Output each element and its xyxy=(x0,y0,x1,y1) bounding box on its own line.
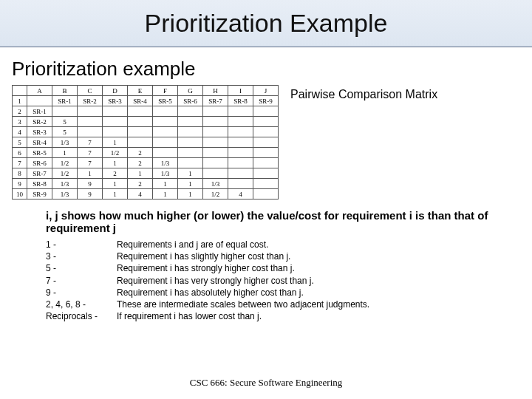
col-H: H xyxy=(203,86,228,96)
table-cell: 1 xyxy=(153,189,178,200)
hr-6: SR-5 xyxy=(153,96,178,106)
table-cell: 1 xyxy=(103,137,128,148)
table-cell: 7 xyxy=(78,137,103,148)
col-blank xyxy=(13,86,27,96)
table-row: 4SR-35 xyxy=(13,127,279,137)
table-cell: 4 xyxy=(13,127,27,137)
legend-row: 5 -Requirement i has strongly higher cos… xyxy=(46,262,520,274)
legend-text: Requirement i has very strongly higher c… xyxy=(117,275,314,287)
table-cell xyxy=(128,117,153,127)
table-cell xyxy=(203,117,228,127)
table-cell xyxy=(228,117,253,127)
table-cell: 1 xyxy=(153,179,178,189)
table-row: 9SR-81/3912111/3 xyxy=(13,179,279,189)
table-cell: 9 xyxy=(78,189,103,200)
hr-3: SR-2 xyxy=(78,96,103,106)
table-cell xyxy=(178,106,203,117)
table-cell xyxy=(153,148,178,158)
table-cell xyxy=(203,106,228,117)
table-cell: 2 xyxy=(103,168,128,179)
table-cell: 7 xyxy=(13,158,27,168)
col-C: C xyxy=(78,86,103,96)
legend-text: Requirement i has slightly higher cost t… xyxy=(117,250,290,262)
table-cell: SR-8 xyxy=(27,179,52,189)
table-cell: 1/3 xyxy=(203,179,228,189)
table-cell xyxy=(128,137,153,148)
table-cell: SR-3 xyxy=(27,127,52,137)
table-cell: 2 xyxy=(128,179,153,189)
legend-row: Reciprocals -If requirement i has lower … xyxy=(46,310,520,322)
col-I: I xyxy=(228,86,253,96)
explanation: i, j shows how much higher (or lower) th… xyxy=(46,210,520,234)
col-F: F xyxy=(153,86,178,96)
table-cell xyxy=(253,189,279,200)
table-cell xyxy=(153,127,178,137)
table-cell xyxy=(228,148,253,158)
table-cell xyxy=(178,158,203,168)
table-cell: 3 xyxy=(13,117,27,127)
matrix-body: 2SR-13SR-254SR-355SR-41/3716SR-5171/227S… xyxy=(13,106,279,200)
table-cell xyxy=(103,117,128,127)
table-cell: 1 xyxy=(103,179,128,189)
table-cell xyxy=(153,137,178,148)
table-cell xyxy=(178,127,203,137)
table-cell: SR-4 xyxy=(27,137,52,148)
col-D: D xyxy=(103,86,128,96)
table-cell xyxy=(178,148,203,158)
legend-row: 9 -Requirement i has absolutely higher c… xyxy=(46,287,520,299)
table-cell: 1/2 xyxy=(52,158,78,168)
legend-text: If requirement i has lower cost than j. xyxy=(117,310,262,322)
table-row: 8SR-71/21211/31 xyxy=(13,168,279,179)
footer: CSC 666: Secure Software Engineering xyxy=(0,377,532,389)
legend-text: Requirement i has strongly higher cost t… xyxy=(117,262,295,274)
table-cell: 1 xyxy=(128,168,153,179)
table-cell xyxy=(203,127,228,137)
table-cell xyxy=(253,158,279,168)
table-cell: 1 xyxy=(178,189,203,200)
table-cell xyxy=(228,168,253,179)
hr-8: SR-7 xyxy=(203,96,228,106)
legend-row: 3 -Requirement i has slightly higher cos… xyxy=(46,250,520,262)
table-cell xyxy=(228,158,253,168)
table-cell: 4 xyxy=(228,189,253,200)
table-cell: 2 xyxy=(128,148,153,158)
table-cell: SR-9 xyxy=(27,189,52,200)
table-cell: 1/2 xyxy=(52,168,78,179)
table-cell: 4 xyxy=(128,189,153,200)
table-cell: 7 xyxy=(78,158,103,168)
table-cell: 8 xyxy=(13,168,27,179)
table-cell: 7 xyxy=(78,148,103,158)
table-row: 2SR-1 xyxy=(13,106,279,117)
table-cell xyxy=(203,168,228,179)
table-cell xyxy=(78,127,103,137)
table-cell: 9 xyxy=(78,179,103,189)
table-cell: 6 xyxy=(13,148,27,158)
legend: 1 -Requirements i and j are of equal cos… xyxy=(46,239,520,322)
table-cell: 1 xyxy=(78,168,103,179)
table-cell xyxy=(52,106,78,117)
table-cell: 1 xyxy=(52,148,78,158)
slide-content: Prioritization example A B C D E F G H I… xyxy=(0,47,532,322)
hr-5: SR-4 xyxy=(128,96,153,106)
table-row: 6SR-5171/22 xyxy=(13,148,279,158)
comparison-matrix: A B C D E F G H I J 1 SR-1 SR-2 SR-3 xyxy=(12,85,279,200)
matrix-caption: Pairwise Comparison Matrix xyxy=(290,88,437,101)
legend-row: 7 -Requirement i has very strongly highe… xyxy=(46,275,520,287)
table-cell: 2 xyxy=(13,106,27,117)
legend-text: Requirements i and j are of equal cost. xyxy=(117,239,268,250)
table-cell xyxy=(203,158,228,168)
legend-row: 2, 4, 6, 8 -These are intermediate scale… xyxy=(46,299,520,310)
hr-10: SR-9 xyxy=(253,96,279,106)
table-cell xyxy=(253,137,279,148)
col-G: G xyxy=(178,86,203,96)
table-cell xyxy=(103,127,128,137)
table-cell xyxy=(253,127,279,137)
legend-key: 2, 4, 6, 8 - xyxy=(46,299,117,310)
table-cell xyxy=(128,106,153,117)
table-cell: 9 xyxy=(13,179,27,189)
matrix-area: A B C D E F G H I J 1 SR-1 SR-2 SR-3 xyxy=(12,85,520,200)
title-bar: Prioritization Example xyxy=(0,0,532,47)
legend-key: 7 - xyxy=(46,275,117,287)
hr-9: SR-8 xyxy=(228,96,253,106)
table-cell: 1/3 xyxy=(52,179,78,189)
